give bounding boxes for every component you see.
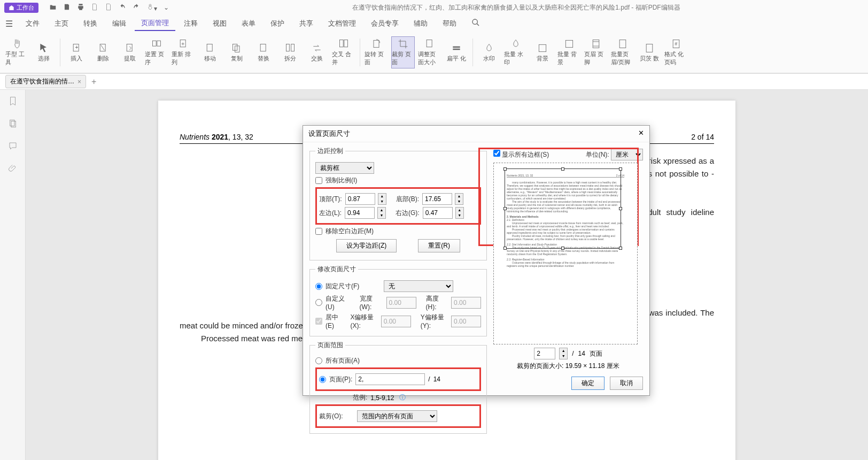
fixed-size-radio[interactable] <box>315 283 322 290</box>
menu-protect[interactable]: 保护 <box>264 17 291 30</box>
comment-icon[interactable] <box>8 141 18 153</box>
margin-control-legend: 边距控制 <box>315 147 345 156</box>
ribbon-batch-wm[interactable]: 批量 水印 <box>504 36 528 68</box>
save-icon[interactable] <box>63 3 71 12</box>
menu-share[interactable]: 共享 <box>293 17 320 30</box>
menu-help[interactable]: 帮助 <box>436 17 463 30</box>
menu-page-manage[interactable]: 页面管理 <box>135 16 175 31</box>
ribbon-background[interactable]: 背景 <box>531 36 554 68</box>
preview-page-spinner[interactable]: ▲▼ <box>559 348 568 359</box>
menu-annotate[interactable]: 注释 <box>177 17 204 30</box>
menu-file[interactable]: 文件 <box>19 17 46 30</box>
svg-rect-19 <box>427 40 432 47</box>
svg-line-5 <box>101 45 105 50</box>
open-icon[interactable] <box>49 3 57 12</box>
reset-button[interactable]: 重置(R) <box>418 239 460 252</box>
menu-doc-manage[interactable]: 文档管理 <box>322 17 362 30</box>
ribbon-split[interactable]: 拆分 <box>278 36 302 68</box>
undo-icon[interactable] <box>119 3 126 12</box>
ribbon-duplicate[interactable]: 复制 <box>225 36 249 68</box>
ribbon-reverse[interactable]: 逆置 页序 <box>145 36 168 68</box>
ribbon-rearrange[interactable]: 重新 排列 <box>172 36 195 68</box>
pages-icon[interactable] <box>8 119 18 131</box>
ribbon-rotate[interactable]: 旋转 页面 <box>365 36 388 68</box>
ribbon-swap[interactable]: 交换 <box>305 36 329 68</box>
crop-option-select[interactable]: 范围内的所有页面 <box>357 410 437 422</box>
attachment-icon[interactable] <box>8 164 18 175</box>
left-spinner[interactable]: ▲▼ <box>377 207 386 219</box>
info-icon[interactable]: ⓘ <box>399 393 406 402</box>
fixed-size-select[interactable]: 无 <box>384 280 453 292</box>
cancel-button[interactable]: 取消 <box>610 377 643 390</box>
svg-rect-15 <box>291 44 294 51</box>
ribbon-replace[interactable]: 替换 <box>252 36 275 68</box>
ribbon-flatten[interactable]: 扁平 化 <box>445 36 468 68</box>
svg-rect-22 <box>539 44 546 51</box>
remove-blank-checkbox[interactable] <box>315 228 322 235</box>
search-icon[interactable] <box>471 18 480 29</box>
ribbon-select[interactable]: 选择 <box>32 36 56 68</box>
ribbon-move[interactable]: 移动 <box>198 36 222 68</box>
svg-text:+: + <box>75 44 79 50</box>
ribbon-batch-bg[interactable]: 批量 背景 <box>557 36 581 68</box>
svg-rect-8 <box>157 41 161 46</box>
menu-edit[interactable]: 编辑 <box>106 17 133 30</box>
bookmark-icon[interactable] <box>8 96 18 108</box>
ribbon-delete[interactable]: 删除 <box>91 36 115 68</box>
bottom-spinner[interactable]: ▲▼ <box>455 193 463 205</box>
close-tab-icon[interactable]: × <box>78 78 81 86</box>
document-tab[interactable]: 在遵守饮食指南的情… × <box>5 75 86 88</box>
dialog-close-icon[interactable]: ✕ <box>638 129 644 139</box>
crop-box-select[interactable]: 裁剪框 <box>315 162 374 174</box>
right-input[interactable] <box>423 207 453 219</box>
top-input[interactable] <box>345 193 375 205</box>
preview-page-input[interactable] <box>534 348 555 359</box>
ribbon-batch-hf[interactable]: 批量页 眉/页脚 <box>611 36 634 68</box>
pages-radio[interactable] <box>319 376 326 383</box>
all-pages-radio[interactable] <box>315 357 322 364</box>
svg-rect-7 <box>153 41 157 46</box>
custom-radio[interactable] <box>315 299 322 306</box>
bottom-input[interactable] <box>422 193 452 205</box>
ribbon-insert[interactable]: +插入 <box>65 36 88 68</box>
ribbon-hand-tool[interactable]: 手型 工具 <box>5 36 29 68</box>
ribbon-extract[interactable]: 提取 <box>118 36 142 68</box>
preview-panel: Nutrients 2021, 13, 322 of 14 many combi… <box>493 163 638 344</box>
svg-rect-16 <box>340 40 344 47</box>
menu-view[interactable]: 视图 <box>206 17 233 30</box>
modify-size-legend: 修改页面尺寸 <box>315 265 358 274</box>
set-zero-button[interactable]: 设为零边距(Z) <box>336 239 397 252</box>
width-input <box>386 297 416 309</box>
svg-rect-10 <box>207 44 212 51</box>
svg-rect-23 <box>565 40 572 47</box>
menu-assist[interactable]: 辅助 <box>407 17 434 30</box>
menu-home[interactable]: 主页 <box>48 17 75 30</box>
new-tab-button[interactable]: + <box>91 77 96 87</box>
ribbon-bates[interactable]: 贝茨 数 <box>638 36 661 68</box>
pages-input[interactable] <box>355 373 425 385</box>
page-icon[interactable] <box>91 3 98 12</box>
dropdown-icon[interactable]: ⌄ <box>164 4 169 11</box>
ribbon-resize[interactable]: 调整页 面大小 <box>418 36 441 68</box>
menu-form[interactable]: 表单 <box>235 17 262 30</box>
hand-icon[interactable]: ▾ <box>146 3 157 12</box>
ribbon-header-footer[interactable]: 页眉 页脚 <box>584 36 608 68</box>
ok-button[interactable]: 确定 <box>571 377 604 390</box>
force-ratio-checkbox[interactable] <box>315 177 322 184</box>
ribbon-format-pn[interactable]: #格式 化页码 <box>664 36 688 68</box>
left-input[interactable] <box>345 207 375 219</box>
svg-rect-27 <box>619 40 626 48</box>
page-icon2[interactable] <box>105 3 112 12</box>
svg-rect-20 <box>453 46 460 48</box>
workspace-tab[interactable]: 工作台 <box>4 3 38 13</box>
right-spinner[interactable]: ▲▼ <box>455 207 464 219</box>
redo-icon[interactable] <box>133 3 140 12</box>
ribbon-cross-merge[interactable]: 交叉 合并 <box>332 36 355 68</box>
menu-convert[interactable]: 转换 <box>77 17 104 30</box>
menu-vip[interactable]: 会员专享 <box>365 17 405 30</box>
top-spinner[interactable]: ▲▼ <box>378 193 386 205</box>
ribbon-watermark[interactable]: 水印 <box>477 36 501 68</box>
hamburger-icon[interactable]: ☰ <box>5 19 13 29</box>
print-icon[interactable] <box>77 3 84 12</box>
ribbon-crop[interactable]: 裁剪 页面 <box>391 36 415 68</box>
